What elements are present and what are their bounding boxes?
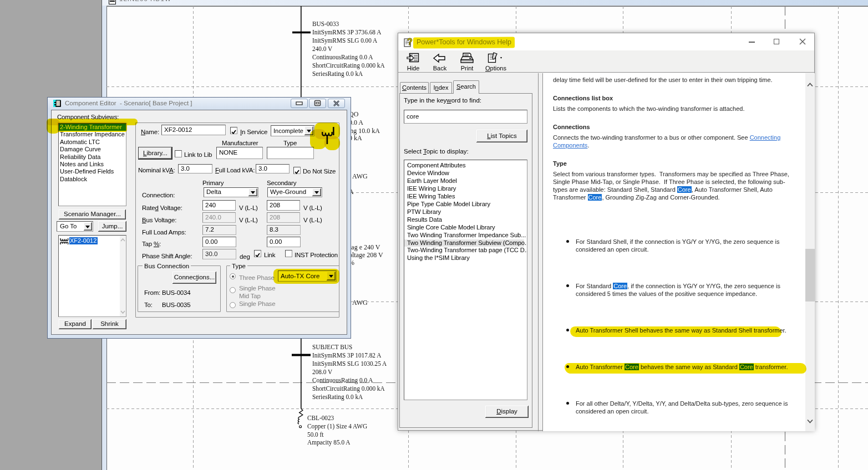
svg-text:?: ? bbox=[407, 37, 413, 47]
